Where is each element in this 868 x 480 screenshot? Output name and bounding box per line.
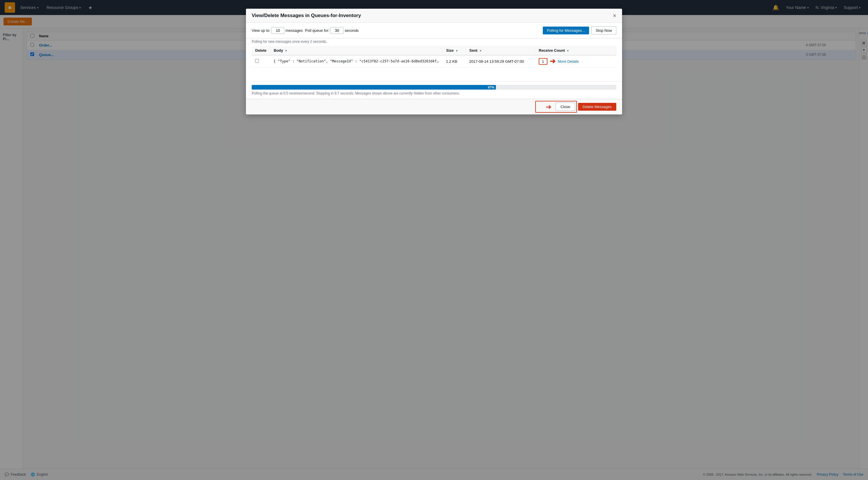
more-details-link[interactable]: More Details bbox=[558, 59, 579, 64]
modal-table-header-row: Delete Body ▾ Size ▾ Sent ▾ bbox=[252, 46, 616, 55]
col-header-receive-count[interactable]: Receive Count ▾ bbox=[535, 46, 616, 55]
polling-messages-button[interactable]: Polling for Messages... bbox=[543, 27, 589, 34]
close-button[interactable]: Close bbox=[556, 103, 575, 111]
body-text: { "Type" : "Notification", "MessageId" :… bbox=[274, 59, 443, 63]
col-header-body[interactable]: Body ▾ bbox=[270, 46, 443, 55]
cell-body: { "Type" : "Notification", "MessageId" :… bbox=[270, 55, 443, 67]
polling-status-text: Polling for new messages once every 2 se… bbox=[246, 38, 622, 46]
close-red-arrow-icon: ➔ bbox=[546, 103, 552, 110]
messages-label: messages bbox=[286, 28, 303, 33]
sent-value: 2017-08-14 13:59:29 GMT-07:00 bbox=[469, 59, 524, 64]
modal-header: View/Delete Messages in Queues-for-Inven… bbox=[246, 9, 622, 23]
row-delete-checkbox[interactable] bbox=[255, 59, 259, 63]
progress-label: 67% bbox=[488, 85, 494, 89]
modal-progress-area: 67% Polling the queue at 0.5 receives/se… bbox=[246, 81, 622, 99]
poll-seconds-input[interactable] bbox=[331, 27, 343, 34]
modal-spacer bbox=[246, 67, 622, 79]
modal-table-wrapper: Delete Body ▾ Size ▾ Sent ▾ bbox=[246, 46, 622, 67]
cell-size: 1.2 KB bbox=[443, 55, 466, 67]
progress-bar-inner: 67% bbox=[252, 85, 496, 90]
size-value: 1.2 KB bbox=[446, 59, 458, 64]
modal-toolbar-right: Polling for Messages... Stop Now bbox=[543, 26, 616, 35]
red-arrow-icon: ➔ bbox=[550, 58, 556, 65]
modal-toolbar: View up to: messages Poll queue for: sec… bbox=[246, 23, 622, 38]
progress-bar-outer: 67% bbox=[252, 85, 616, 90]
delete-messages-button[interactable]: Delete Messages bbox=[578, 103, 616, 111]
view-up-to-input[interactable] bbox=[271, 27, 284, 34]
poll-queue-group: Poll queue for: seconds bbox=[305, 27, 359, 34]
modal-close-button[interactable]: × bbox=[613, 13, 616, 19]
modal-overlay: View/Delete Messages in Queues-for-Inven… bbox=[0, 0, 868, 480]
modal-dialog: View/Delete Messages in Queues-for-Inven… bbox=[246, 9, 622, 114]
size-sort-icon: ▾ bbox=[456, 49, 458, 52]
modal-footer: ➔ Close Delete Messages bbox=[246, 99, 622, 114]
receive-count-group: 1 ➔ More Details bbox=[539, 58, 613, 65]
view-up-to-group: View up to: messages bbox=[252, 27, 303, 34]
view-up-to-label: View up to: bbox=[252, 28, 270, 33]
modal-toolbar-left: View up to: messages Poll queue for: sec… bbox=[252, 27, 538, 34]
cell-sent: 2017-08-14 13:59:29 GMT-07:00 bbox=[466, 55, 535, 67]
poll-queue-label: Poll queue for: bbox=[305, 28, 329, 33]
cell-delete bbox=[252, 55, 270, 67]
body-sort-icon: ▾ bbox=[285, 49, 287, 52]
modal-table-row: { "Type" : "Notification", "MessageId" :… bbox=[252, 55, 616, 67]
close-btn-wrapper: Close bbox=[556, 103, 575, 111]
col-header-delete[interactable]: Delete bbox=[252, 46, 270, 55]
cell-receive-count: 1 ➔ More Details bbox=[535, 55, 616, 67]
stop-now-button[interactable]: Stop Now bbox=[591, 26, 616, 35]
modal-title: View/Delete Messages in Queues-for-Inven… bbox=[252, 13, 361, 19]
progress-status-text: Polling the queue at 0.5 receives/second… bbox=[252, 91, 616, 95]
modal-message-table: Delete Body ▾ Size ▾ Sent ▾ bbox=[252, 46, 616, 67]
receive-count-value: 1 bbox=[539, 58, 548, 65]
seconds-label: seconds bbox=[345, 28, 359, 33]
sent-sort-icon: ▾ bbox=[480, 49, 481, 52]
receive-count-sort-icon: ▾ bbox=[567, 49, 568, 52]
col-header-size[interactable]: Size ▾ bbox=[443, 46, 466, 55]
col-header-sent[interactable]: Sent ▾ bbox=[466, 46, 535, 55]
